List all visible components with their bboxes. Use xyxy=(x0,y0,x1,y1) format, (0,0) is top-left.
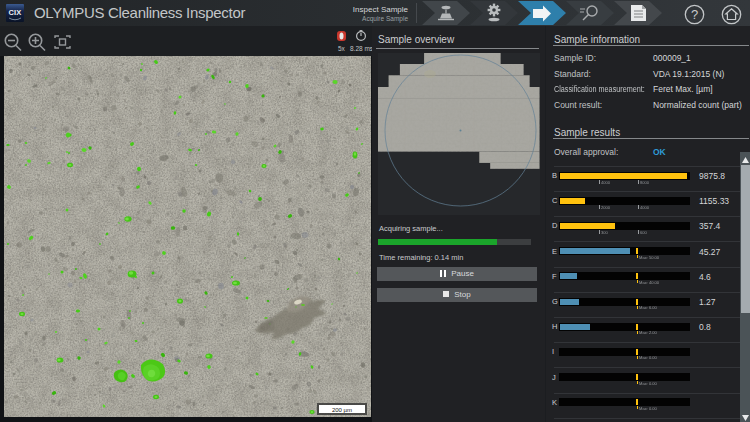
svg-text:8.28 ms: 8.28 ms xyxy=(350,45,372,52)
svg-text:200 µm: 200 µm xyxy=(332,407,352,413)
svg-text:?: ? xyxy=(691,7,698,22)
svg-text:5x: 5x xyxy=(338,45,346,52)
